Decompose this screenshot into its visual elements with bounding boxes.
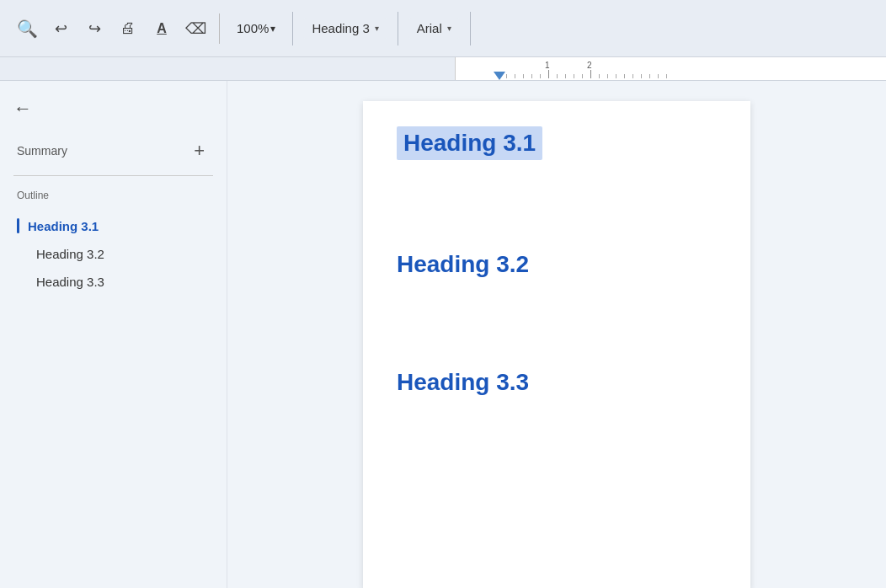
font-arrow: ▾ [447,24,451,33]
outline-item-1[interactable]: Heading 3.1 [0,211,227,240]
sidebar-divider [13,175,213,176]
summary-label: Summary [17,144,67,158]
style-label: Heading 3 [312,21,369,35]
ruler-marks: 1 2 [456,57,675,80]
zoom-control[interactable]: 100% ▾ [230,18,282,39]
style-dropdown[interactable]: Heading 3 ▾ [303,18,387,39]
summary-row: Summary + [0,133,227,168]
divider-1 [219,13,220,44]
divider-2 [292,12,293,45]
font-label: Arial [417,21,442,35]
outline-label: Outline [0,190,227,211]
indent-marker[interactable] [494,72,505,80]
divider-3 [398,12,398,45]
document-area: Heading 3.1 Heading 3.2 Heading 3.3 [227,81,886,588]
heading-3-1[interactable]: Heading 3.1 [397,126,542,160]
main-layout: ← Summary + Outline Heading 3.1 Heading … [0,81,886,588]
outline-item-label-2: Heading 3.2 [36,247,104,261]
ruler: 1 2 [0,57,886,81]
toolbar: 🔍 ↩ ↪ 🖨 A ⌫ 100% ▾ Heading 3 ▾ Arial ▾ [0,0,886,57]
print-icon[interactable]: 🖨 [115,15,141,42]
spacer-between-2-3 [397,318,717,369]
spellcheck-icon[interactable]: A [148,15,175,42]
style-arrow: ▾ [375,24,379,33]
outline-item-label-1: Heading 3.1 [28,219,99,233]
ruler-mark-1: 1 [545,61,550,70]
outline-item-label-3: Heading 3.3 [36,275,104,289]
zoom-arrow: ▾ [270,23,275,35]
ruler-right: 1 2 [455,57,886,80]
heading-3-2[interactable]: Heading 3.2 [397,251,529,278]
search-icon[interactable]: 🔍 [13,15,40,42]
spacer-between-1-2 [397,200,717,251]
ruler-mark-2: 2 [587,61,592,70]
zoom-value: 100% [237,21,269,35]
divider-4 [470,12,471,45]
outline-item-3[interactable]: Heading 3.3 [0,268,227,296]
active-indicator [17,218,19,233]
undo-icon[interactable]: ↩ [47,15,74,42]
sidebar: ← Summary + Outline Heading 3.1 Heading … [0,81,227,588]
paint-format-icon[interactable]: ⌫ [182,15,209,42]
outline-item-2[interactable]: Heading 3.2 [0,240,227,268]
font-dropdown[interactable]: Arial ▾ [408,18,460,39]
add-summary-button[interactable]: + [189,140,210,162]
heading-3-3[interactable]: Heading 3.3 [397,369,529,396]
back-button[interactable]: ← [0,94,45,133]
document-page: Heading 3.1 Heading 3.2 Heading 3.3 [363,101,750,588]
redo-icon[interactable]: ↪ [81,15,108,42]
